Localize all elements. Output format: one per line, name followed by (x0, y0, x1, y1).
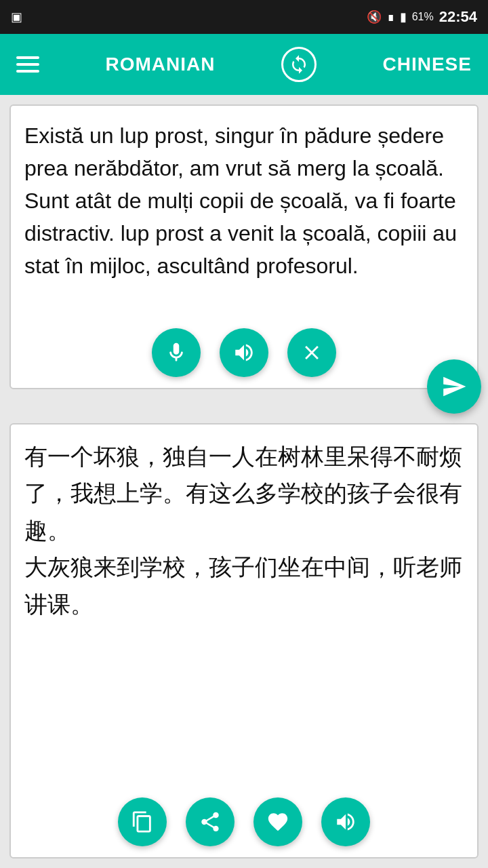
send-translate-button[interactable] (427, 359, 481, 414)
status-screenshot-icon: ▣ (11, 9, 22, 24)
copy-button[interactable] (118, 797, 167, 846)
status-bar: ▣ 🔇 ∎ ▮ 61% 22:54 (0, 0, 488, 34)
translation-actions (11, 797, 477, 846)
source-box-wrapper: Există un lup prost, singur în pădure șe… (9, 104, 479, 389)
source-actions (11, 328, 477, 377)
mute-icon: 🔇 (367, 9, 382, 24)
translation-text-box: 有一个坏狼，独自一人在树林里呆得不耐烦了，我想上学。有这么多学校的孩子会很有趣。… (9, 423, 479, 859)
microphone-button[interactable] (152, 328, 201, 377)
clear-button[interactable] (287, 328, 336, 377)
main-content: Există un lup prost, singur în pădure șe… (0, 95, 488, 868)
speaker-source-button[interactable] (220, 328, 268, 377)
network-icon: ▮ (400, 9, 407, 24)
target-language-label[interactable]: CHINESE (383, 54, 472, 75)
speaker-target-button[interactable] (321, 797, 370, 846)
source-language-label[interactable]: ROMANIAN (106, 54, 216, 75)
share-button[interactable] (186, 797, 235, 846)
swap-languages-button[interactable] (281, 47, 317, 82)
favorite-button[interactable] (253, 797, 302, 846)
status-time: 22:54 (439, 8, 477, 26)
source-text[interactable]: Există un lup prost, singur în pădure șe… (24, 119, 464, 282)
toolbar: ROMANIAN CHINESE (0, 34, 488, 95)
battery-level: 61% (412, 11, 434, 23)
menu-button[interactable] (16, 56, 39, 73)
wifi-icon: ∎ (387, 9, 394, 24)
translation-text: 有一个坏狼，独自一人在树林里呆得不耐烦了，我想上学。有这么多学校的孩子会很有趣。… (24, 438, 464, 623)
source-text-box: Există un lup prost, singur în pădure șe… (9, 104, 479, 389)
